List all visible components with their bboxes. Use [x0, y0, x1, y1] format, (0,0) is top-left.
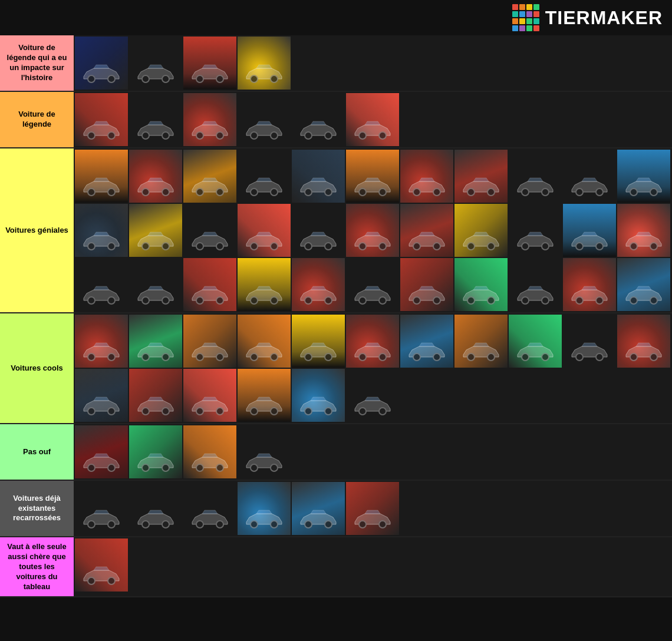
car-card[interactable]: [617, 150, 670, 203]
svg-point-33: [433, 189, 440, 196]
car-card[interactable]: [75, 93, 128, 146]
car-card[interactable]: [183, 37, 236, 90]
car-card[interactable]: [346, 204, 399, 257]
svg-point-37: [542, 189, 549, 196]
svg-point-24: [196, 189, 203, 196]
car-card[interactable]: [400, 150, 453, 203]
car-card[interactable]: [346, 369, 399, 422]
svg-point-40: [630, 189, 637, 196]
car-card[interactable]: [129, 37, 182, 90]
svg-point-18: [359, 132, 366, 139]
car-card[interactable]: [75, 37, 128, 90]
svg-point-26: [251, 189, 258, 196]
car-card[interactable]: [183, 204, 236, 257]
car-card[interactable]: [454, 258, 508, 311]
car-card[interactable]: [238, 258, 291, 311]
car-card[interactable]: [129, 369, 182, 422]
svg-point-109: [108, 408, 115, 415]
car-card[interactable]: [238, 37, 291, 90]
car-card[interactable]: [509, 315, 562, 368]
car-card[interactable]: [292, 204, 345, 257]
svg-point-136: [305, 521, 312, 528]
car-card[interactable]: [454, 204, 508, 257]
svg-point-50: [305, 243, 312, 250]
car-card[interactable]: [183, 150, 236, 203]
car-card[interactable]: [183, 93, 236, 146]
svg-point-62: [630, 243, 637, 250]
car-card[interactable]: [129, 315, 182, 368]
car-card[interactable]: [129, 204, 182, 257]
car-card[interactable]: [238, 150, 291, 203]
car-card[interactable]: [238, 93, 291, 146]
car-card[interactable]: [238, 315, 291, 368]
car-card[interactable]: [238, 204, 291, 257]
car-card[interactable]: [75, 204, 128, 257]
car-card[interactable]: [75, 538, 128, 592]
car-card[interactable]: [238, 369, 291, 422]
logo-cell-3: [533, 4, 539, 10]
svg-point-44: [142, 243, 149, 250]
svg-point-21: [108, 189, 115, 196]
svg-point-94: [305, 353, 312, 361]
car-card[interactable]: [75, 425, 128, 478]
car-card[interactable]: [129, 425, 182, 478]
car-card[interactable]: [129, 482, 182, 535]
car-card[interactable]: [75, 258, 128, 311]
svg-point-48: [251, 243, 258, 250]
car-card[interactable]: [400, 258, 453, 311]
car-card[interactable]: [346, 315, 399, 368]
svg-point-58: [522, 243, 529, 250]
car-card[interactable]: [400, 204, 453, 257]
car-card[interactable]: [292, 93, 345, 146]
svg-point-2: [142, 75, 149, 82]
car-card[interactable]: [238, 482, 291, 535]
car-card[interactable]: [346, 258, 399, 311]
car-card[interactable]: [617, 258, 670, 311]
tier-label-geniales: Voitures géniales: [0, 148, 74, 312]
car-card[interactable]: [183, 425, 236, 478]
car-card[interactable]: [75, 482, 128, 535]
car-card[interactable]: [346, 150, 399, 203]
car-card[interactable]: [563, 204, 616, 257]
car-card[interactable]: [292, 369, 345, 422]
car-card[interactable]: [617, 315, 670, 368]
car-card[interactable]: [129, 150, 182, 203]
car-card[interactable]: [563, 150, 616, 203]
car-card[interactable]: [563, 258, 616, 311]
car-card[interactable]: [509, 150, 562, 203]
svg-point-82: [576, 297, 583, 304]
svg-point-70: [251, 297, 258, 304]
car-card[interactable]: [183, 369, 236, 422]
car-card[interactable]: [129, 258, 182, 311]
car-card[interactable]: [563, 315, 616, 368]
car-card[interactable]: [238, 425, 291, 478]
car-card[interactable]: [346, 482, 399, 535]
tier-cards-vaut: [74, 537, 672, 596]
car-card[interactable]: [509, 258, 562, 311]
car-card[interactable]: [292, 258, 345, 311]
car-card[interactable]: [292, 150, 345, 203]
car-card[interactable]: [400, 315, 453, 368]
tier-cards-legende-histoire: [74, 35, 672, 91]
car-card[interactable]: [75, 150, 128, 203]
tier-row-pas-ouf: Pas ouf: [0, 424, 672, 481]
car-card[interactable]: [454, 315, 508, 368]
svg-point-137: [325, 521, 332, 528]
car-card[interactable]: [129, 93, 182, 146]
car-card[interactable]: [346, 93, 399, 146]
car-card[interactable]: [617, 204, 670, 257]
car-card[interactable]: [292, 482, 345, 535]
tier-label-cools: Voitures cools: [0, 313, 74, 423]
car-card[interactable]: [75, 369, 128, 422]
car-card[interactable]: [292, 315, 345, 368]
car-card[interactable]: [75, 315, 128, 368]
svg-point-15: [271, 132, 278, 139]
svg-point-74: [359, 297, 366, 304]
car-card[interactable]: [183, 482, 236, 535]
car-card[interactable]: [183, 315, 236, 368]
svg-point-86: [88, 353, 95, 361]
car-card[interactable]: [183, 258, 236, 311]
svg-point-65: [108, 297, 115, 304]
car-card[interactable]: [454, 150, 508, 203]
car-card[interactable]: [509, 204, 562, 257]
